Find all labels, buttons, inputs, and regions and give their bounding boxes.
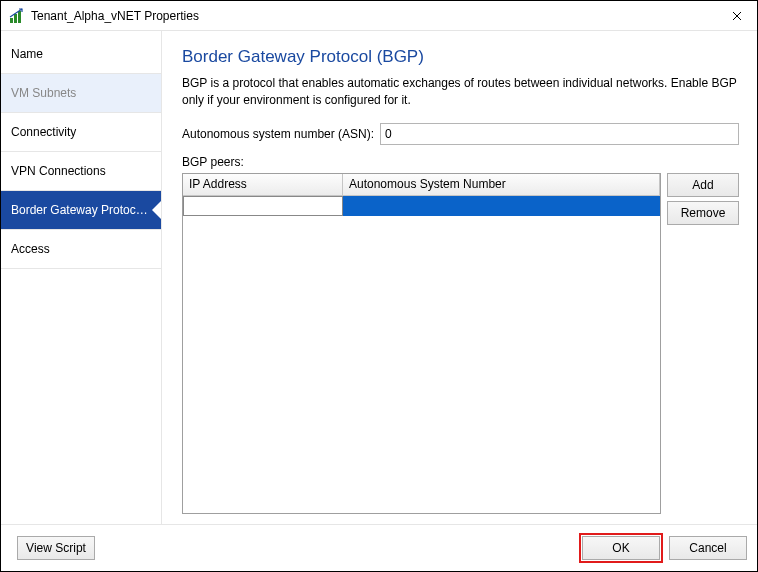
svg-rect-1 — [14, 14, 17, 23]
dialog-footer: View Script OK Cancel — [1, 524, 757, 571]
svg-rect-2 — [18, 11, 21, 23]
titlebar: Tenant_Alpha_vNET Properties — [1, 1, 757, 31]
sidebar-header: Name — [1, 35, 161, 74]
asn-label: Autonomous system number (ASN): — [182, 127, 374, 141]
peers-section: IP Address Autonomous System Number Add … — [182, 173, 739, 514]
ok-highlight-box: OK — [579, 533, 663, 563]
column-header-ip[interactable]: IP Address — [183, 174, 343, 195]
table-body — [183, 196, 660, 513]
app-icon — [9, 8, 25, 24]
asn-field-row: Autonomous system number (ASN): — [182, 123, 739, 145]
sidebar-item-label: Border Gateway Protocol... — [11, 203, 155, 217]
peer-asn-cell — [343, 196, 660, 216]
remove-button[interactable]: Remove — [667, 201, 739, 225]
sidebar-item-connectivity[interactable]: Connectivity — [1, 113, 161, 152]
view-script-button[interactable]: View Script — [17, 536, 95, 560]
peer-ip-input[interactable] — [183, 196, 343, 216]
sidebar-item-vm-subnets[interactable]: VM Subnets — [1, 74, 161, 113]
table-row[interactable] — [183, 196, 660, 216]
sidebar: Name VM Subnets Connectivity VPN Connect… — [1, 31, 162, 524]
sidebar-item-label: Connectivity — [11, 125, 76, 139]
button-label: OK — [612, 541, 629, 555]
peers-button-column: Add Remove — [667, 173, 739, 514]
svg-rect-0 — [10, 18, 13, 23]
window-title: Tenant_Alpha_vNET Properties — [31, 9, 717, 23]
main-panel: Border Gateway Protocol (BGP) BGP is a p… — [162, 31, 757, 524]
ok-button[interactable]: OK — [582, 536, 660, 560]
button-label: Add — [692, 178, 713, 192]
sidebar-item-bgp[interactable]: Border Gateway Protocol... — [1, 191, 161, 230]
sidebar-item-access[interactable]: Access — [1, 230, 161, 269]
table-header: IP Address Autonomous System Number — [183, 174, 660, 196]
sidebar-item-label: Access — [11, 242, 50, 256]
add-button[interactable]: Add — [667, 173, 739, 197]
peers-label: BGP peers: — [182, 155, 739, 169]
asn-input[interactable] — [380, 123, 739, 145]
peers-table: IP Address Autonomous System Number — [182, 173, 661, 514]
sidebar-item-label: VPN Connections — [11, 164, 106, 178]
cancel-button[interactable]: Cancel — [669, 536, 747, 560]
button-label: Remove — [681, 206, 726, 220]
close-button[interactable] — [717, 1, 757, 31]
sidebar-item-vpn-connections[interactable]: VPN Connections — [1, 152, 161, 191]
page-title: Border Gateway Protocol (BGP) — [182, 47, 739, 67]
page-description: BGP is a protocol that enables automatic… — [182, 75, 739, 109]
dialog-body: Name VM Subnets Connectivity VPN Connect… — [1, 31, 757, 524]
sidebar-item-label: VM Subnets — [11, 86, 76, 100]
button-label: Cancel — [689, 541, 726, 555]
column-header-asn[interactable]: Autonomous System Number — [343, 174, 660, 195]
button-label: View Script — [26, 541, 86, 555]
properties-window: Tenant_Alpha_vNET Properties Name VM Sub… — [0, 0, 758, 572]
